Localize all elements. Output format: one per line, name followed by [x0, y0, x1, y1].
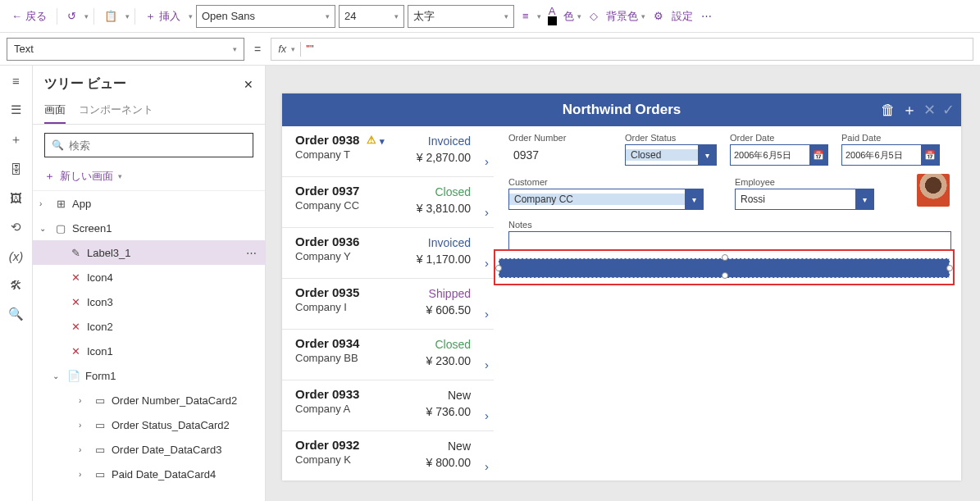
back-button[interactable]: ←戻る — [7, 6, 52, 27]
tree-node-icon2[interactable]: ✕Icon2 — [33, 314, 265, 339]
resize-handle[interactable] — [946, 265, 953, 271]
tree-node-form1[interactable]: ⌄📄Form1 — [33, 363, 265, 388]
more-button[interactable]: ⋯ — [696, 7, 717, 25]
chevron-right-icon[interactable]: › — [485, 307, 489, 321]
rail-media-icon[interactable]: 🖼 — [10, 191, 22, 205]
gallery-item[interactable]: Order 0935Company IShipped¥ 606.50› — [282, 279, 494, 330]
rail-search-icon[interactable]: 🔍 — [8, 307, 24, 321]
employee-select[interactable]: Rossi▾ — [735, 189, 874, 210]
chevron-down-icon[interactable]: ▾ — [537, 12, 541, 20]
order-status: Invoiced — [428, 134, 471, 148]
formula-input[interactable]: fx ▾ "" — [271, 38, 973, 61]
trash-icon[interactable]: 🗑 — [881, 102, 896, 119]
selection-outline — [494, 249, 955, 285]
equals-label: = — [251, 43, 264, 56]
tree-node-datacard-status[interactable]: ›▭Order Status_DataCard2 — [33, 412, 265, 437]
gallery-item[interactable]: Order 0938 ⚠ ▾Company TInvoiced¥ 2,870.0… — [282, 126, 494, 177]
rail-tree-icon[interactable]: ☰ — [11, 102, 21, 117]
tree-node-datacard-orderdate[interactable]: ›▭Order Date_DataCard3 — [33, 437, 265, 462]
order-status: Closed — [435, 185, 471, 198]
more-icon[interactable]: ⋯ — [246, 247, 257, 259]
text-color-button[interactable]: A — [545, 5, 560, 27]
order-number-value: 0937 — [508, 144, 612, 166]
resize-handle[interactable] — [495, 265, 502, 271]
order-form: Order Number 0937 Order Status Closed▾ O… — [494, 126, 961, 481]
order-date-label: Order Date — [730, 133, 828, 143]
gallery-item[interactable]: Order 0932Company KNew¥ 800.00› — [282, 431, 494, 481]
search-input[interactable] — [69, 139, 246, 152]
app-title: Northwind Orders — [282, 102, 961, 118]
tree-search[interactable]: 🔍 — [44, 133, 253, 157]
tree-node-datacard-paiddate[interactable]: ›▭Paid Date_DataCard4 — [33, 462, 265, 486]
rail-insert-icon[interactable]: ＋ — [10, 132, 22, 148]
chevron-right-icon[interactable]: › — [485, 459, 489, 473]
align-button[interactable]: ≡ — [517, 7, 534, 25]
tree-node-label3-1[interactable]: ✎Label3_1⋯ — [33, 240, 265, 265]
gallery-item[interactable]: Order 0933Company ANew¥ 736.00› — [282, 380, 494, 431]
customer-select[interactable]: Company CC▾ — [508, 189, 704, 210]
resize-handle[interactable] — [722, 254, 728, 261]
new-screen-button[interactable]: ＋ 新しい画面 ▾ — [33, 166, 265, 190]
order-status: Invoiced — [428, 236, 471, 249]
chevron-right-icon[interactable]: › — [485, 256, 489, 270]
font-weight-select[interactable]: 太字▾ — [408, 5, 514, 28]
undo-button[interactable]: ↺ — [62, 7, 81, 25]
warning-icon: ⚠ — [367, 134, 376, 146]
chevron-down-icon[interactable]: ▾ — [189, 12, 193, 20]
rail-tools-icon[interactable]: 🛠 — [10, 278, 22, 292]
tree-node-icon1[interactable]: ✕Icon1 — [33, 339, 265, 363]
order-price: ¥ 800.00 — [426, 456, 472, 469]
rail-hamburger-icon[interactable]: ≡ — [12, 74, 20, 88]
insert-button[interactable]: ＋挿入 — [140, 6, 185, 27]
tree-node-icon3[interactable]: ✕Icon3 — [33, 289, 265, 314]
fx-icon: fx — [278, 43, 286, 55]
app-header: Northwind Orders 🗑 ＋ ✕ ✓ — [282, 93, 961, 126]
property-select[interactable]: Text▾ — [7, 38, 244, 61]
tree-node-datacard-ordernum[interactable]: ›▭Order Number_DataCard2 — [33, 388, 265, 412]
gallery-item[interactable]: Order 0936Company YInvoiced¥ 1,170.00› — [282, 228, 494, 279]
resize-handle[interactable] — [722, 272, 728, 279]
paid-date-picker[interactable]: 2006年6月5日📅 — [841, 144, 940, 166]
chevron-down-icon[interactable]: ▾ — [125, 12, 130, 20]
tree-node-screen1[interactable]: ⌄▢Screen1 — [33, 216, 265, 240]
paste-button[interactable]: 📋 — [99, 7, 122, 25]
tree-node-app[interactable]: ›⊞App — [33, 191, 265, 216]
tab-screens[interactable]: 画面 — [44, 98, 66, 124]
order-status-label: Order Status — [625, 133, 717, 143]
order-gallery[interactable]: Order 0938 ⚠ ▾Company TInvoiced¥ 2,870.0… — [282, 126, 494, 481]
chevron-down-icon[interactable]: ▾ — [84, 12, 89, 20]
chevron-right-icon[interactable]: › — [485, 358, 489, 371]
formula-value: "" — [306, 43, 313, 55]
app-frame: Northwind Orders 🗑 ＋ ✕ ✓ Order 0938 ⚠ ▾C… — [282, 93, 961, 481]
chevron-down-icon[interactable]: ▾ — [577, 12, 581, 20]
order-price: ¥ 1,170.00 — [417, 253, 471, 266]
chevron-right-icon[interactable]: › — [485, 408, 489, 422]
check-icon[interactable]: ✓ — [942, 101, 955, 119]
rail-advanced-icon[interactable]: ⟲ — [11, 220, 21, 235]
settings-label: 設定 — [672, 9, 693, 24]
tab-components[interactable]: コンポーネント — [79, 98, 153, 124]
plus-icon[interactable]: ＋ — [902, 100, 917, 120]
chevron-right-icon[interactable]: › — [485, 205, 489, 219]
cancel-icon[interactable]: ✕ — [923, 101, 936, 119]
chevron-right-icon[interactable]: › — [485, 154, 489, 168]
order-date-picker[interactable]: 2006年6月5日📅 — [730, 144, 828, 166]
bg-color-button[interactable]: ◇ — [585, 7, 603, 25]
order-price: ¥ 3,810.00 — [417, 202, 471, 215]
chevron-down-icon[interactable]: ▾ — [641, 12, 645, 20]
order-status: Closed — [435, 338, 471, 351]
close-icon[interactable]: ✕ — [244, 78, 253, 91]
bg-color-label: 背景色 — [606, 9, 638, 24]
settings-button[interactable]: ⚙ — [649, 7, 668, 25]
order-status-select[interactable]: Closed▾ — [625, 144, 717, 166]
gallery-item[interactable]: Order 0934Company BBClosed¥ 230.00› — [282, 330, 494, 380]
font-size-select[interactable]: 24▾ — [339, 5, 404, 28]
employee-label: Employee — [735, 177, 874, 187]
notes-input[interactable] — [508, 231, 951, 251]
tree-node-icon4[interactable]: ✕Icon4 — [33, 265, 265, 289]
font-select[interactable]: Open Sans▾ — [196, 5, 335, 28]
rail-variables-icon[interactable]: (x) — [9, 249, 24, 263]
gallery-item[interactable]: Order 0937Company CCClosed¥ 3,810.00› — [282, 177, 494, 228]
rail-data-icon[interactable]: 🗄 — [10, 162, 22, 176]
chevron-down-icon[interactable]: ▾ — [291, 45, 295, 53]
